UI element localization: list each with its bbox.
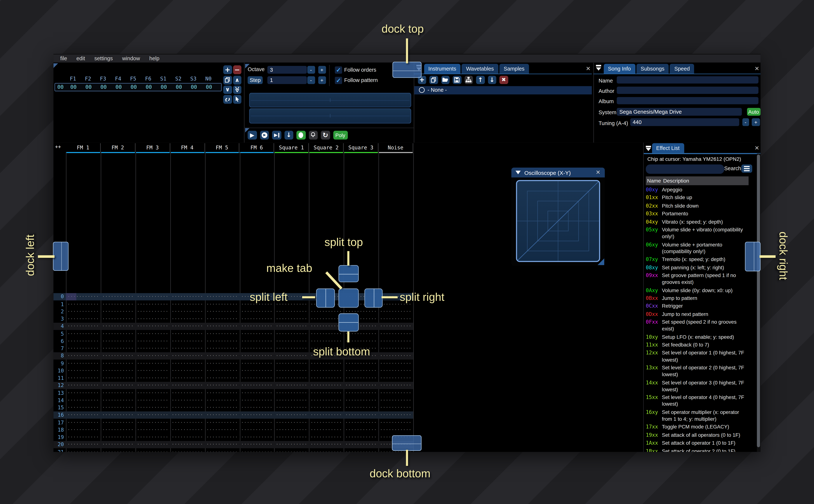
pattern-row[interactable]: 3·······································… [53,315,413,323]
channel-header-noise[interactable]: Noise [378,143,413,152]
pattern-cell-empty[interactable]: ··········· [309,398,343,403]
pattern-cell-empty[interactable]: ··········· [240,361,274,365]
pattern-cell-empty[interactable]: ··········· [101,442,135,447]
pattern-cell-empty[interactable]: ··········· [101,331,135,336]
pattern-cell-empty[interactable]: ··········· [135,383,170,388]
dock-bottom-target[interactable] [392,435,422,451]
pattern-cell-empty[interactable]: ··········· [170,294,205,299]
collapse-panel-icon[interactable] [646,146,651,151]
effect-row[interactable]: 14xxSet level of operator 3 (0 highest, … [646,379,750,393]
pattern-cell-empty[interactable]: ··········· [135,420,170,425]
pattern-cell-empty[interactable]: ··········· [205,427,239,432]
orders-cell[interactable]: 00 [201,84,216,90]
effect-row[interactable]: 13xxSet level of operator 2 (0 highest, … [646,364,750,378]
pattern-cell-empty[interactable]: ··········· [66,398,101,403]
pattern-cell-empty[interactable]: ··········· [309,331,343,336]
pattern-cell-empty[interactable]: ··········· [135,294,170,299]
orders-cell[interactable]: 00 [141,84,156,90]
pattern-cell-empty[interactable]: ··········· [205,368,239,373]
octave-decrease-button[interactable]: - [307,66,315,74]
pattern-row[interactable]: 10······································… [53,367,413,374]
pattern-cell-empty[interactable]: ··········· [170,398,205,403]
pattern-cell-empty[interactable]: ··········· [170,450,205,452]
pattern-cell-empty[interactable]: ··········· [170,442,205,447]
instrument-move-up-button[interactable]: ↑ [476,76,485,84]
system-auto-button[interactable]: Auto [747,108,760,116]
pattern-cell-empty[interactable]: ··········· [344,376,378,380]
follow-orders-checkbox[interactable]: ✓ [335,66,342,73]
pattern-cell-empty[interactable]: ··········· [240,391,274,395]
channel-header-fm-5[interactable]: FM 5 [205,143,239,152]
pattern-cell-empty[interactable]: ··········· [378,309,413,314]
effect-row[interactable]: 09xxSet groove pattern (speed 1 if no gr… [646,272,750,286]
hidden-tabbar-indicator-icon[interactable] [53,63,58,68]
effect-row[interactable]: 00xyArpeggio [646,186,750,193]
channel-header-square-2[interactable]: Square 2 [309,143,343,152]
effect-row[interactable]: 06xyVolume slide + portamento (compatibi… [646,241,750,255]
pattern-cell-empty[interactable]: ··········· [66,450,101,452]
octave-increase-button[interactable]: + [318,66,326,74]
effect-list-menu-button[interactable] [741,164,752,173]
pattern-cell-empty[interactable]: ··········· [66,353,101,358]
effect-row[interactable]: 0DxxJump to next pattern [646,311,750,317]
instrument-list-item-none[interactable]: - None - [414,86,592,94]
order-move-down-button[interactable]: ∨ [223,85,232,94]
pattern-cell-empty[interactable]: ··········· [101,383,135,388]
pattern-cell-empty[interactable]: ··········· [170,339,205,343]
step-one-row-button[interactable]: ▶ [272,130,281,139]
pattern-cell-empty[interactable]: ··········· [170,316,205,321]
menu-item-window[interactable]: window [117,55,144,61]
pattern-cell-empty[interactable]: ··········· [378,376,413,380]
pattern-cell-empty[interactable]: ··········· [205,435,239,440]
pattern-cell-empty[interactable]: ··········· [274,442,309,447]
pattern-row[interactable]: 19······································… [53,433,413,441]
pattern-cell-empty[interactable]: ··········· [170,427,205,432]
pattern-cell-empty[interactable]: ··········· [240,346,274,351]
pattern-cell-empty[interactable]: ··········· [170,420,205,425]
pattern-cell-empty[interactable]: ··········· [309,405,343,410]
pattern-cell-empty[interactable]: ··········· [135,376,170,380]
pattern-cell-empty[interactable]: ··········· [274,324,309,329]
tuning-decrease-button[interactable]: - [742,118,749,126]
pattern-cell-empty[interactable]: ··········· [205,376,239,380]
pattern-row[interactable]: 16······································… [53,411,413,419]
poly-toggle-button[interactable]: Poly [333,130,348,139]
pattern-cell-empty[interactable]: ··········· [205,450,239,452]
pattern-cell-empty[interactable]: ··········· [240,331,274,336]
instrument-delete-button[interactable]: ✖ [499,76,508,84]
instrument-open-button[interactable] [441,76,450,84]
pattern-cell-empty[interactable]: ··········· [135,324,170,329]
follow-pattern-checkbox[interactable]: ✓ [335,76,342,84]
pattern-cell-empty[interactable]: ··········· [344,361,378,365]
pattern-cell-empty[interactable]: ··········· [240,316,274,321]
menu-item-file[interactable]: file [55,55,72,61]
pattern-cell-empty[interactable]: ··········· [170,309,205,314]
pattern-cell-empty[interactable]: ··········· [274,427,309,432]
effect-row[interactable]: 11xxSet feedback (0 to 7) [646,341,750,348]
channel-header-fm-1[interactable]: FM 1 [66,143,101,152]
pattern-cell-empty[interactable]: ··········· [240,420,274,425]
pattern-cell-empty[interactable]: ··········· [135,391,170,395]
pattern-cell-empty[interactable]: ··········· [66,316,101,321]
effect-row[interactable]: 1AxxSet attack of operator 1 (0 to 1F) [646,440,750,446]
pattern-row[interactable]: 15······································… [53,404,413,411]
dock-top-target[interactable] [392,62,422,78]
orders-cell[interactable]: 00 [156,84,171,90]
pattern-cell-empty[interactable]: ··········· [135,398,170,403]
step-input[interactable]: 1 [267,76,307,84]
channel-header-square-3[interactable]: Square 3 [344,143,378,152]
pattern-row[interactable]: 9·······································… [53,360,413,367]
orders-row[interactable]: 0000000000000000000000 [55,83,222,91]
pattern-cell-empty[interactable]: ··········· [170,331,205,336]
effect-row[interactable]: 03xxPortamento [646,210,750,217]
split-right-target[interactable] [364,288,383,308]
order-remove-button[interactable]: − [233,65,241,74]
pattern-cell-empty[interactable]: ··········· [240,427,274,432]
pattern-cell-empty[interactable]: ··········· [378,368,413,373]
pattern-cell-empty[interactable]: ··········· [378,413,413,417]
pattern-cell-empty[interactable]: ··········· [378,383,413,388]
pattern-cell-empty[interactable]: ··········· [309,339,343,343]
pattern-row[interactable]: 20······································… [53,441,413,448]
pattern-cell-empty[interactable]: ··········· [378,346,413,351]
pattern-cell-empty[interactable]: ··········· [135,309,170,314]
